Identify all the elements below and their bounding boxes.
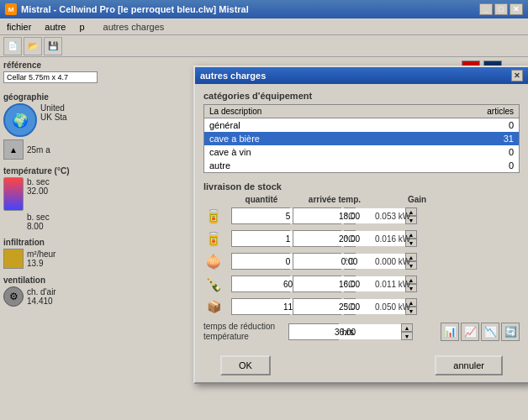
infiltration-icon (3, 249, 24, 269)
reduction-down[interactable]: ▼ (401, 332, 413, 340)
temp2-value: 8.00 (27, 222, 50, 231)
app-icon: M (5, 3, 17, 15)
row-cave-biere-count: 31 (402, 132, 519, 145)
right-panel: pm 🗺 Latent Le total 1.232 0.374 0.157 0… (101, 57, 528, 420)
row-autre: autre (204, 159, 403, 173)
livraison-row: 🍾 ▲ ▼ ▲ (203, 274, 520, 294)
quantity-spinner-2[interactable]: ▲ ▼ (231, 230, 290, 247)
dialog-buttons: OK annuler (195, 349, 528, 382)
col-gain-header: Gain (379, 195, 455, 204)
elevation-icon: ▲ (3, 139, 24, 160)
infiltration-label: infiltration (3, 238, 98, 247)
close-dialog-button[interactable]: ✕ (511, 70, 523, 81)
reference-label: référence (3, 60, 98, 70)
minimize-button[interactable]: _ (479, 3, 493, 15)
table-row[interactable]: cave à vin 0 (204, 145, 520, 159)
cancel-button[interactable]: annuler (435, 355, 503, 375)
toolbar-btn-1[interactable]: 📄 (3, 37, 22, 55)
livraison-row: 🥫 ▲ ▼ ▲ (203, 228, 520, 249)
app-title: Mistral - Cellwind Pro [le perroquet ble… (21, 4, 249, 14)
menu-fichier[interactable]: fichier (3, 21, 34, 33)
temp-spinner-5[interactable]: ▲ ▼ (293, 298, 341, 315)
action-icons: 📊 📈 📉 🔄 (441, 323, 520, 341)
row-general-count: 0 (402, 118, 519, 133)
temp-spinner-1[interactable]: ▲ ▼ (293, 207, 341, 224)
gain-label-2: 0.016 kW (375, 234, 442, 244)
col-articles-header: articles (402, 105, 519, 118)
quantity-spinner-5[interactable]: ▲ ▼ (231, 298, 290, 315)
item-icon-3: 🧅 (203, 251, 224, 271)
item-icon-5: 📦 (203, 297, 224, 317)
ventilation-label: ventilation (3, 276, 98, 285)
categories-table: La description articles général 0 cave a… (203, 104, 520, 173)
toolbar-btn-3[interactable]: 💾 (44, 37, 62, 55)
table-row[interactable]: autre 0 (204, 159, 520, 173)
thermometer-icon (3, 177, 24, 211)
dialog: autres charges ✕ catégories d'équipement… (193, 66, 528, 384)
row-autre-count: 0 (402, 159, 519, 173)
vent-value: 14.410 (27, 297, 56, 306)
left-panel: référence géographie 🌍 United UK Sta ▲ 2… (0, 57, 101, 420)
temperature-label-text: température (203, 332, 275, 342)
infil-unit: m²/heur (27, 249, 55, 259)
temp-spinner-4[interactable]: ▲ ▼ (293, 276, 341, 292)
globe-icon: 🌍 (3, 103, 37, 137)
dialog-title: autres charges (200, 71, 266, 81)
col-arrivee-header: arrivée temp. (293, 195, 377, 204)
table-row[interactable]: cave a bière 31 (204, 132, 520, 145)
table-row[interactable]: général 0 (204, 118, 520, 133)
quantity-spinner-1[interactable]: ▲ ▼ (231, 207, 290, 224)
action-icon-2[interactable]: 📈 (461, 323, 479, 341)
row-cave-vin-count: 0 (402, 145, 519, 159)
temp-spinner-3[interactable]: ▲ ▼ (293, 253, 341, 270)
close-main-button[interactable]: ✕ (510, 3, 523, 15)
reduction-row: temps de réduction température ▲ ▼ (203, 322, 520, 342)
location1: United (40, 103, 67, 113)
row-general: général (204, 118, 403, 133)
temp1-value: 32.00 (27, 186, 50, 196)
action-icon-1[interactable]: 📊 (441, 323, 459, 341)
dialog-body: catégories d'équipement La description a… (195, 84, 528, 349)
action-icon-4[interactable]: 🔄 (501, 323, 520, 341)
geography-label: géographie (3, 92, 98, 102)
temperature-label: température (°C) (3, 166, 98, 176)
location2: UK Sta (40, 113, 67, 122)
unit-label-3: °C (343, 257, 354, 266)
fan-icon: ⚙ (3, 286, 24, 307)
reduction-up[interactable]: ▲ (401, 323, 413, 332)
maximize-button[interactable]: □ (494, 3, 508, 15)
unit-label-1: °C (343, 212, 354, 221)
action-icon-3[interactable]: 📉 (481, 323, 499, 341)
reduction-spinner[interactable]: ▲ ▼ (288, 323, 339, 340)
livraison-row: 🧅 ▲ ▼ ▲ (203, 251, 520, 271)
quantity-spinner-4[interactable]: ▲ ▼ (231, 276, 290, 292)
infil-value: 13.9 (27, 259, 55, 268)
quantity-spinner-3[interactable]: ▲ ▼ (231, 253, 290, 270)
item-icon-1: 🥫 (203, 206, 224, 226)
reference-input[interactable] (3, 71, 98, 83)
menu-p[interactable]: p (76, 21, 87, 33)
row-cave-biere: cave a bière (204, 132, 403, 145)
menu-bar: fichier autre p autres charges (0, 18, 528, 35)
unit-label-4: °C (343, 280, 354, 289)
row-cave-vin: cave à vin (204, 145, 403, 159)
col-description-header: La description (204, 105, 403, 118)
temp-spinner-2[interactable]: ▲ ▼ (293, 230, 341, 247)
toolbar-btn-2[interactable]: 📂 (24, 37, 42, 55)
gain-label-1: 0.053 kW (375, 212, 442, 221)
item-icon-4: 🍾 (203, 274, 224, 294)
elevation: 25m a (27, 145, 50, 155)
gain-label-3: 0.000 kW (375, 257, 442, 266)
vent-label: ch. d'air (27, 287, 56, 297)
dialog-titlebar: autres charges ✕ (195, 67, 528, 84)
unit-label-2: °C (343, 234, 354, 244)
gain-label-5: 0.050 kW (375, 302, 442, 312)
livraison-row: 🥫 ▲ ▼ ▲ (203, 206, 520, 226)
menu-autre[interactable]: autre (41, 21, 69, 33)
gain-label-4: 0.011 kW (375, 280, 442, 289)
temp2-label: b. sec (27, 213, 50, 222)
main-titlebar: M Mistral - Cellwind Pro [le perroquet b… (0, 0, 528, 18)
temp1-label: b. sec (27, 177, 50, 186)
ok-button[interactable]: OK (220, 355, 271, 375)
col-quantite-header: quantité (233, 195, 290, 204)
